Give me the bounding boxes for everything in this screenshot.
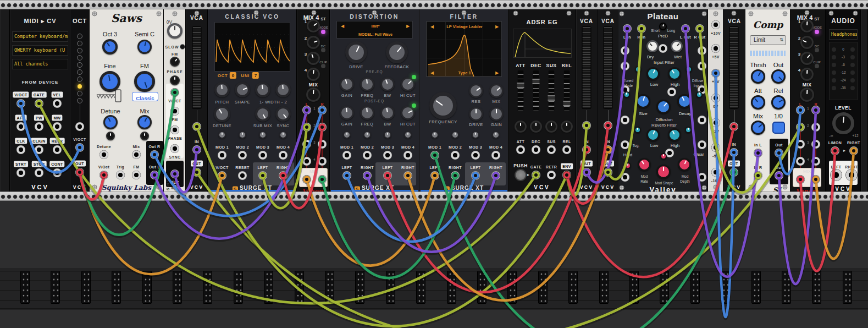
- jack-unlabeled[interactable]: [621, 140, 630, 150]
- adsr-slider[interactable]: [549, 70, 555, 111]
- jack-unlabeled[interactable]: [302, 175, 312, 184]
- knob[interactable]: [307, 19, 320, 32]
- knob[interactable]: [386, 41, 408, 63]
- jack-l-out[interactable]: [681, 24, 690, 34]
- jack-unlabeled[interactable]: [318, 175, 327, 184]
- jack-sus[interactable]: [547, 145, 556, 155]
- knob[interactable]: [530, 121, 542, 133]
- jack-right[interactable]: [451, 171, 460, 181]
- jack-unlabeled[interactable]: [659, 44, 668, 53]
- jack-unlabeled[interactable]: [582, 121, 591, 130]
- jack-out[interactable]: [75, 168, 85, 177]
- knob[interactable]: [832, 112, 854, 134]
- jack-in-r[interactable]: [754, 171, 763, 181]
- jack-sync[interactable]: [170, 144, 180, 154]
- jack-mod-3[interactable]: [258, 151, 268, 160]
- knob[interactable]: [800, 68, 814, 81]
- knob[interactable]: [360, 106, 374, 120]
- jack-unlabeled[interactable]: [302, 106, 312, 115]
- jack-unlabeled[interactable]: [318, 140, 327, 149]
- knob[interactable]: [214, 106, 230, 122]
- knob[interactable]: [800, 88, 814, 102]
- jack-unlabeled[interactable]: [318, 123, 327, 132]
- jack-mod-1[interactable]: [218, 151, 227, 160]
- jack-unlabeled[interactable]: [796, 157, 805, 166]
- jack-unlabeled[interactable]: [698, 173, 707, 182]
- knob[interactable]: [800, 52, 814, 65]
- jack-r-in[interactable]: [637, 24, 646, 34]
- jack-mix[interactable]: [132, 150, 141, 160]
- level-fader[interactable]: [729, 26, 739, 109]
- knob[interactable]: [102, 39, 118, 54]
- jack-mod-3[interactable]: [471, 151, 480, 160]
- slider-handle[interactable]: [563, 101, 571, 106]
- knob[interactable]: [137, 40, 152, 54]
- jack-out[interactable]: [729, 168, 739, 177]
- knob[interactable]: [771, 69, 786, 84]
- jack-clk[interactable]: [16, 145, 26, 155]
- knob[interactable]: [99, 71, 120, 92]
- jack-fm[interactable]: [132, 171, 141, 180]
- jack-clk-n[interactable]: [35, 145, 44, 155]
- knob[interactable]: [771, 95, 786, 110]
- jack-unlabeled[interactable]: [811, 157, 821, 166]
- knob[interactable]: [678, 158, 691, 171]
- knob[interactable]: [340, 106, 354, 120]
- jack-v-oct[interactable]: [75, 143, 85, 152]
- knob[interactable]: [451, 131, 459, 139]
- jack-unlabeled[interactable]: [621, 62, 630, 71]
- knob[interactable]: [170, 57, 180, 67]
- jack-out-r[interactable]: [150, 150, 159, 160]
- knob[interactable]: [380, 77, 395, 91]
- jack-right[interactable]: [845, 169, 858, 182]
- jack-mod-4[interactable]: [491, 151, 501, 160]
- adsr-slider[interactable]: [533, 70, 539, 111]
- jack-strt[interactable]: [16, 168, 26, 178]
- jack-mw[interactable]: [53, 122, 62, 132]
- jack-unlabeled[interactable]: [698, 46, 707, 56]
- jack-unlabeled[interactable]: [302, 123, 312, 132]
- knob[interactable]: [469, 107, 483, 121]
- jack-cont[interactable]: [53, 168, 62, 178]
- knob[interactable]: [638, 158, 651, 171]
- knob[interactable]: [218, 131, 226, 139]
- jack-right[interactable]: [849, 146, 859, 156]
- jack-detune[interactable]: [99, 150, 109, 160]
- jack-out[interactable]: [775, 171, 784, 181]
- jack-unlabeled[interactable]: [796, 123, 805, 132]
- knob[interactable]: [307, 52, 320, 65]
- knob[interactable]: [275, 82, 291, 97]
- knob[interactable]: [235, 82, 250, 97]
- jack--5v[interactable]: [711, 143, 721, 152]
- slider-handle[interactable]: [533, 79, 540, 84]
- jack-att[interactable]: [516, 145, 526, 155]
- knob[interactable]: [489, 84, 504, 98]
- knob[interactable]: [677, 94, 692, 108]
- knob[interactable]: [259, 131, 267, 139]
- knob[interactable]: [472, 131, 479, 139]
- jack-in[interactable]: [582, 145, 591, 155]
- knob[interactable]: [656, 100, 671, 114]
- jack-in-l[interactable]: [754, 149, 763, 158]
- jack-unlabeled[interactable]: [621, 116, 630, 125]
- jack-trig[interactable]: [116, 171, 125, 180]
- jack-gate[interactable]: [35, 99, 44, 108]
- knob[interactable]: [634, 127, 641, 133]
- jack-left[interactable]: [430, 171, 440, 181]
- jack-mod-4[interactable]: [279, 151, 288, 160]
- knob[interactable]: [255, 106, 270, 122]
- jack-v-oct[interactable]: [99, 171, 109, 180]
- jack-mod-1[interactable]: [430, 151, 440, 160]
- jack-unlabeled[interactable]: [796, 140, 805, 149]
- jack-left[interactable]: [342, 171, 352, 181]
- slider-handle[interactable]: [548, 96, 555, 101]
- knob[interactable]: [140, 132, 149, 140]
- jack-out[interactable]: [775, 149, 784, 158]
- level-fader[interactable]: [192, 26, 202, 109]
- jack-left[interactable]: [383, 171, 392, 181]
- knob[interactable]: [134, 71, 155, 92]
- knob[interactable]: [106, 132, 115, 140]
- jack-in[interactable]: [604, 145, 613, 155]
- jack-in[interactable]: [729, 148, 739, 157]
- jack--10v[interactable]: [711, 168, 721, 177]
